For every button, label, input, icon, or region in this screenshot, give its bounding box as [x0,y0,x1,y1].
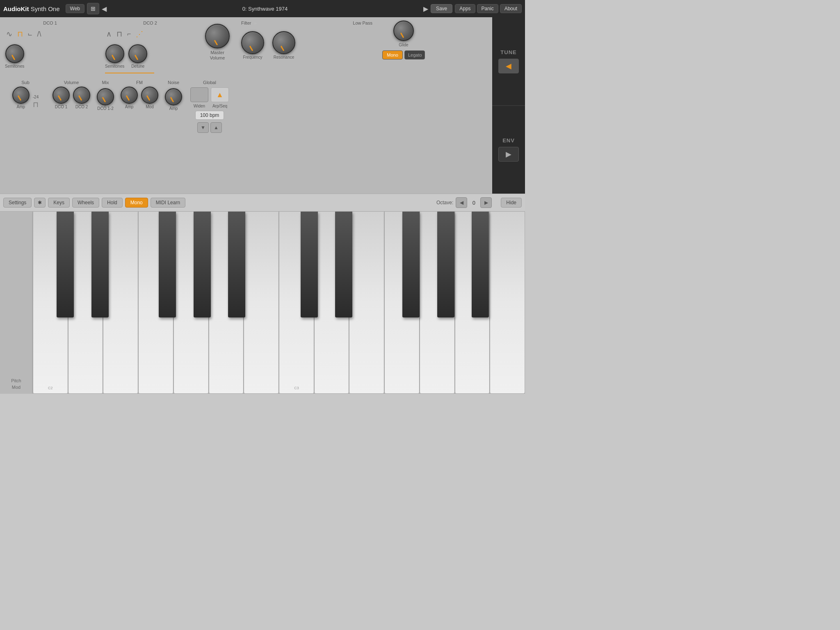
octave-down-button[interactable]: ◀ [456,197,467,208]
octave-up-button[interactable]: ▶ [480,197,492,208]
master-volume-knob[interactable] [205,24,230,48]
filter-knobs: Frequency Resonance [241,27,372,59]
volume-section: Volume DCO 1 DCO 2 [52,80,90,109]
global-label: Global [203,80,216,85]
dco2-waveforms: ∧ ⊓ ⌐ ⋰ [105,29,195,39]
white-key-e3[interactable] [349,212,384,394]
keyboard-bar: Settings ✱ Keys Wheels Hold Mono MIDI Le… [0,194,525,212]
dco2-wave-saw-rev[interactable]: ⋰ [135,29,144,39]
detune-line [105,73,154,73]
mix-label: Mix [102,80,109,85]
octave-label: Octave: [436,200,453,205]
dco1-wave-sine[interactable]: ∿ [5,29,14,39]
sub-value: -24 [33,95,39,99]
black-key-ds2[interactable] [91,212,109,317]
mix-section: Mix DCO 1-2 [97,80,114,111]
tune-label: TUNE [500,49,516,55]
grid-icon-button[interactable]: ⊞ [87,3,99,14]
web-button[interactable]: Web [66,4,84,13]
settings-button[interactable]: Settings [3,198,32,208]
black-key-cs2[interactable] [57,212,74,317]
dco2-detune-knob: Detune [128,44,147,68]
noise-amp-knob: Amp [165,88,182,111]
widen-button[interactable] [190,87,208,102]
sub-amp-knob: Amp [12,87,30,109]
about-button[interactable]: About [500,4,522,13]
noise-section: Noise Amp [165,80,182,111]
dco2-section: DCO 2 ∧ ⊓ ⌐ ⋰ Semitones Detune [105,21,195,73]
dco1-waveforms: ∿ ⊓ ⌐ /\ [5,29,95,39]
keys-button[interactable]: Keys [48,198,70,208]
octave-section: Octave: ◀ 0 ▶ Hide [436,197,522,208]
bpm-down-button[interactable]: ▼ [197,122,209,133]
widen-label: Widen [194,104,205,108]
filter-type: Low Pass [353,21,372,25]
wheels-button[interactable]: Wheels [72,198,99,208]
arpseq-icon: ▲ [216,91,224,99]
dco2-knobs: Semitones Detune [105,44,195,68]
main-controls: DCO 1 ∿ ⊓ ⌐ /\ Semitones DCO 2 [0,17,492,194]
bluetooth-button[interactable]: ✱ [34,198,46,208]
black-key-as3[interactable] [472,212,489,317]
dco1-semitones-knob: Semitones [5,44,24,68]
black-key-fs2[interactable] [159,212,176,317]
bluetooth-icon: ✱ [38,200,42,205]
master-volume-label: MasterVolume [210,50,225,61]
side-panel: TUNE ◀ ENV ▶ [492,17,525,194]
midi-learn-button[interactable]: MIDI Learn [151,198,185,208]
glide-label: Glide [399,43,408,47]
panic-button[interactable]: Panic [477,4,498,13]
glide-section: Glide [393,21,414,47]
mono-button[interactable]: Mono [382,50,403,59]
dco2-wave-tri[interactable]: ∧ [105,29,113,39]
mono-kb-button[interactable]: Mono [125,198,148,208]
black-key-gs2[interactable] [194,212,211,317]
black-key-cs3[interactable] [301,212,318,317]
filter-resonance-knob: Resonance [272,31,295,59]
dco1-wave-square-alt[interactable]: ⌐ [27,30,34,40]
preset-next-button[interactable]: ▶ [423,5,428,13]
filter-section: Filter ▶ Low Pass Frequency Resonance [241,21,372,59]
tune-arrow-button[interactable]: ◀ [498,59,519,73]
dco2-wave-pulse[interactable]: ⊓ [115,29,123,39]
legato-button[interactable]: Legato [404,50,425,59]
fm-mod-knob: Mod [141,87,158,109]
white-key-b2[interactable] [244,212,279,394]
dco1-knobs: Semitones [5,44,95,68]
env-label: ENV [502,137,515,144]
black-key-ds3[interactable] [335,212,352,317]
preset-prev-button[interactable]: ◀ [102,5,107,13]
hide-button[interactable]: Hide [501,198,522,208]
apps-button[interactable]: Apps [455,4,475,13]
fm-label: FM [136,80,143,85]
global-section: Global Widen ▲ Arp/Seq 100 bpm ▼ [190,80,229,133]
white-key-b3[interactable] [490,212,525,394]
black-key-as2[interactable] [228,212,245,317]
glide-knob[interactable] [393,21,414,41]
top-bar: AudioKit Synth One Web ⊞ ◀ 0: Synthwave … [0,0,525,17]
arpseq-label: Arp/Seq [212,104,227,108]
dco1-wave-square[interactable]: ⊓ [16,29,24,39]
sub-wave-icon: ⊓ [33,100,39,109]
bpm-display: 100 bpm [195,111,224,120]
arpseq-button[interactable]: ▲ [211,87,229,102]
fm-section: FM Amp Mod [121,80,158,109]
bpm-up-button[interactable]: ▲ [210,122,222,133]
dco1-wave-saw[interactable]: /\ [36,29,43,39]
filter-header: Filter ▶ Low Pass [241,21,372,25]
filter-play-icon[interactable]: ▶ [254,21,258,25]
noise-label: Noise [168,80,179,85]
master-volume-section: MasterVolume [205,24,230,61]
black-key-gs3[interactable] [437,212,454,317]
black-key-fs3[interactable] [402,212,420,317]
bottom-section: Sub Amp -24 ⊓ Volume [5,80,487,133]
dco1-section: DCO 1 ∿ ⊓ ⌐ /\ Semitones [5,21,95,68]
dco2-wave-pulse-alt[interactable]: ⌐ [126,30,132,39]
dco2-label: DCO 2 [105,21,195,25]
env-arrow-button[interactable]: ▶ [498,147,519,162]
hold-button[interactable]: Hold [102,198,123,208]
volume-label: Volume [64,80,79,85]
synth-panel: DCO 1 ∿ ⊓ ⌐ /\ Semitones DCO 2 [0,17,525,194]
volume-dco2-knob: DCO 2 [73,87,90,109]
save-button[interactable]: Save [431,4,452,13]
